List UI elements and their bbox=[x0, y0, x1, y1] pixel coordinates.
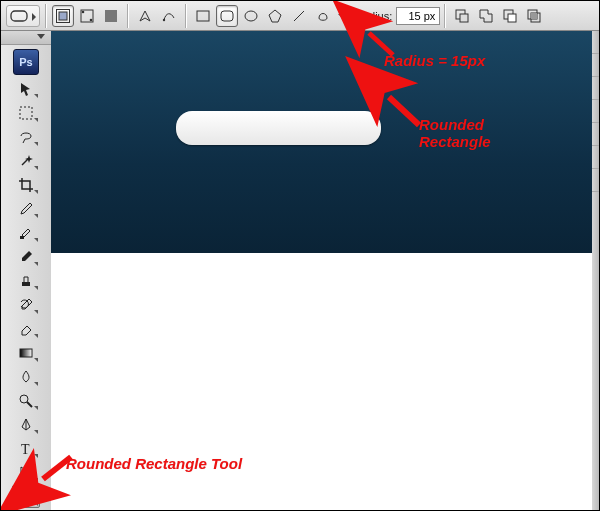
svg-rect-2 bbox=[59, 12, 67, 20]
svg-line-30 bbox=[369, 33, 393, 55]
combine-add-icon[interactable] bbox=[475, 5, 497, 27]
annotation-tool: Rounded Rectangle Tool bbox=[66, 455, 242, 472]
svg-rect-23 bbox=[22, 282, 30, 286]
options-bar: Radius: bbox=[1, 1, 599, 31]
marquee-tool-icon[interactable] bbox=[12, 101, 40, 124]
svg-rect-0 bbox=[11, 11, 27, 21]
tools-panel-grip[interactable] bbox=[1, 31, 51, 45]
history-brush-tool-icon[interactable] bbox=[12, 293, 40, 316]
svg-line-32 bbox=[43, 457, 71, 479]
brush-tool-icon[interactable] bbox=[12, 245, 40, 268]
svg-point-10 bbox=[245, 11, 257, 21]
svg-point-7 bbox=[163, 18, 165, 20]
annotation-arrow-tool bbox=[35, 449, 79, 493]
clone-stamp-tool-icon[interactable] bbox=[12, 269, 40, 292]
mode-paths-icon[interactable] bbox=[76, 5, 98, 27]
shape-rectangle-icon[interactable] bbox=[192, 5, 214, 27]
photoshop-window: Radius: Ps T bbox=[0, 0, 600, 511]
svg-point-5 bbox=[90, 18, 93, 21]
separator bbox=[444, 4, 446, 28]
svg-rect-14 bbox=[460, 14, 468, 22]
svg-line-31 bbox=[389, 97, 419, 125]
document-area: Radius = 15px Rounded Rectangle Rounded … bbox=[51, 31, 592, 510]
drawn-rounded-rectangle bbox=[176, 111, 381, 145]
shape-freeform-pen-icon[interactable] bbox=[158, 5, 180, 27]
svg-marker-11 bbox=[269, 10, 281, 22]
svg-rect-29 bbox=[19, 492, 33, 502]
move-tool-icon[interactable] bbox=[12, 77, 40, 100]
mode-shape-layers-icon[interactable] bbox=[52, 5, 74, 27]
ps-logo-icon: Ps bbox=[13, 49, 39, 75]
blur-tool-icon[interactable] bbox=[12, 365, 40, 388]
mode-fill-pixels-icon[interactable] bbox=[100, 5, 122, 27]
annotation-rrect-line1: Rounded bbox=[419, 116, 484, 133]
tools-panel: Ps T bbox=[1, 31, 52, 510]
separator bbox=[45, 4, 47, 28]
eraser-tool-icon[interactable] bbox=[12, 317, 40, 340]
healing-brush-tool-icon[interactable] bbox=[12, 221, 40, 244]
svg-point-25 bbox=[20, 395, 28, 403]
pen-tool-icon[interactable] bbox=[12, 413, 40, 436]
shape-line-icon[interactable] bbox=[288, 5, 310, 27]
annotation-rrect-line2: Rectangle bbox=[419, 133, 491, 150]
shape-ellipse-icon[interactable] bbox=[240, 5, 262, 27]
svg-rect-19 bbox=[531, 13, 537, 19]
shape-custom-icon[interactable] bbox=[312, 5, 334, 27]
svg-rect-6 bbox=[105, 10, 117, 22]
tools-list: T bbox=[1, 77, 51, 509]
svg-rect-8 bbox=[197, 11, 209, 21]
svg-line-26 bbox=[27, 402, 32, 407]
combine-subtract-icon[interactable] bbox=[499, 5, 521, 27]
svg-rect-24 bbox=[20, 349, 32, 357]
gradient-tool-icon[interactable] bbox=[12, 341, 40, 364]
dodge-tool-icon[interactable] bbox=[12, 389, 40, 412]
svg-text:T: T bbox=[21, 442, 30, 457]
radius-label: Radius: bbox=[355, 10, 392, 22]
svg-rect-16 bbox=[508, 14, 516, 22]
svg-rect-9 bbox=[221, 11, 233, 21]
eyedropper-tool-icon[interactable] bbox=[12, 197, 40, 220]
shape-options-dropdown-icon[interactable] bbox=[336, 5, 348, 27]
separator bbox=[185, 4, 187, 28]
annotation-arrow-radius bbox=[363, 25, 403, 65]
annotation-arrow-rrect bbox=[381, 87, 425, 131]
current-tool-preset[interactable] bbox=[6, 5, 40, 27]
radius-input[interactable] bbox=[396, 7, 440, 25]
svg-rect-22 bbox=[20, 236, 24, 239]
shape-polygon-icon[interactable] bbox=[264, 5, 286, 27]
crop-tool-icon[interactable] bbox=[12, 173, 40, 196]
shape-pen-icon[interactable] bbox=[134, 5, 156, 27]
right-panels-collapsed[interactable] bbox=[591, 31, 599, 510]
canvas[interactable]: Radius = 15px Rounded Rectangle Rounded … bbox=[51, 31, 592, 510]
separator bbox=[127, 4, 129, 28]
shape-rounded-rectangle-icon[interactable] bbox=[216, 5, 238, 27]
combine-intersect-icon[interactable] bbox=[523, 5, 545, 27]
svg-line-12 bbox=[294, 11, 304, 21]
svg-rect-20 bbox=[20, 107, 32, 119]
lasso-tool-icon[interactable] bbox=[12, 125, 40, 148]
combine-new-icon[interactable] bbox=[451, 5, 473, 27]
magic-wand-tool-icon[interactable] bbox=[12, 149, 40, 172]
svg-point-4 bbox=[82, 10, 85, 13]
